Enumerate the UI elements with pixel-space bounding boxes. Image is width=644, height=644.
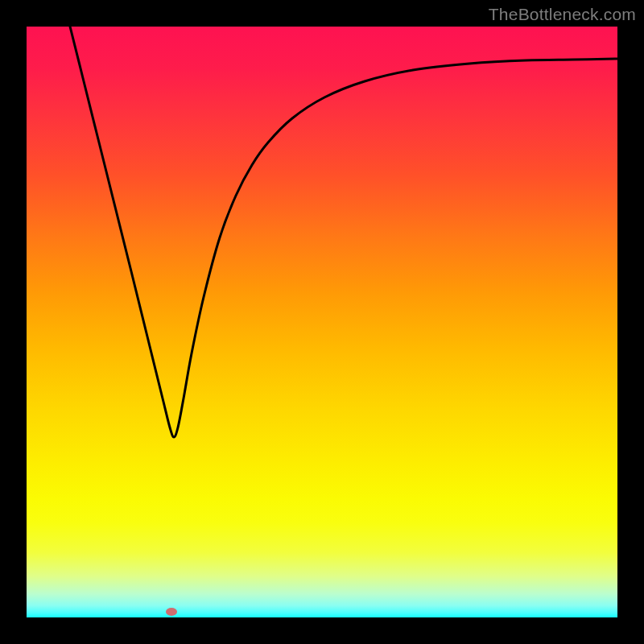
watermark-text: TheBottleneck.com [489, 5, 636, 24]
minimum-marker [166, 608, 177, 616]
bottleneck-curve [27, 27, 617, 617]
plot-area [27, 27, 617, 617]
chart-frame: TheBottleneck.com [0, 0, 644, 644]
